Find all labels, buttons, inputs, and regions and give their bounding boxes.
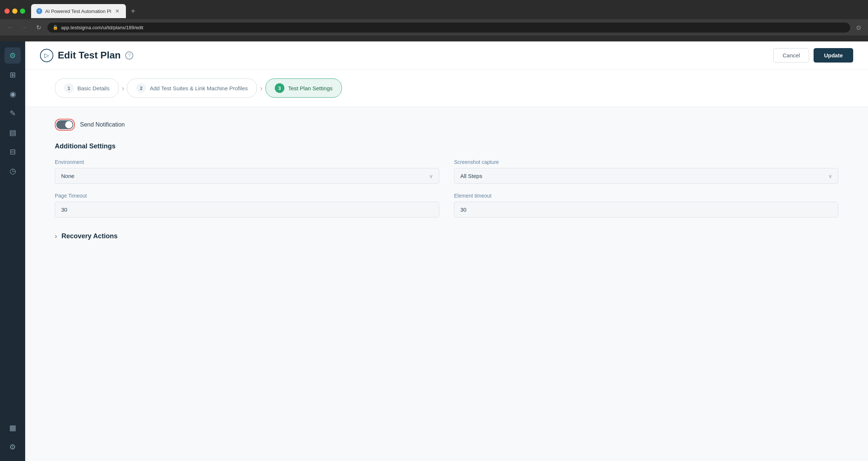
help-icon[interactable]: ? [125, 51, 133, 60]
notification-row: Send Notification [55, 119, 838, 131]
sidebar-item-folder[interactable]: ▤ [4, 124, 21, 141]
recovery-chevron-icon: › [55, 232, 57, 240]
new-tab-button[interactable]: + [127, 6, 138, 17]
profile-icon[interactable]: ⊙ [854, 23, 863, 32]
address-bar[interactable]: 🔒 app.testsigma.com/ui/td/plans/189/edit [47, 23, 850, 33]
stepper: 1 Basic Details › 2 Add Test Suites & Li… [25, 70, 868, 107]
sidebar-item-gear[interactable]: ⚙ [4, 439, 21, 455]
step-1-number: 1 [64, 83, 74, 93]
step-2-label: Add Test Suites & Link Machine Profiles [150, 85, 248, 91]
active-tab[interactable]: T AI Powered Test Automation Pl ✕ [31, 4, 126, 18]
element-timeout-field-group: Element timeout [454, 193, 838, 218]
sidebar-item-edit[interactable]: ✎ [4, 105, 21, 121]
page-timeout-field-group: Page Timeout [55, 193, 439, 218]
minimize-traffic-light[interactable] [12, 9, 17, 14]
screenshot-value: All Steps [460, 173, 482, 179]
step-3-test-plan-settings[interactable]: 3 Test Plan Settings [266, 78, 342, 98]
screenshot-label: Screenshot capture [454, 159, 838, 165]
update-button[interactable]: Update [814, 48, 853, 63]
address-bar-row: ← → ↻ 🔒 app.testsigma.com/ui/td/plans/18… [0, 19, 868, 36]
screenshot-chevron-icon: ∨ [828, 173, 832, 179]
sidebar-item-dashboard[interactable]: ◉ [4, 86, 21, 102]
settings-grid: Environment None ∨ Screenshot capture Al… [55, 159, 838, 218]
step-arrow-2: › [260, 84, 263, 92]
forward-button[interactable]: → [19, 22, 30, 33]
reload-button[interactable]: ↻ [33, 22, 44, 33]
header-actions: Cancel Update [773, 48, 853, 63]
recovery-label: Recovery Actions [61, 232, 117, 240]
step-arrow-1: › [122, 84, 124, 92]
screenshot-select[interactable]: All Steps ∨ [454, 168, 838, 184]
page-header: ▷ Edit Test Plan ? Cancel Update [25, 41, 868, 70]
environment-value: None [61, 173, 74, 179]
traffic-lights [4, 9, 25, 14]
notification-toggle[interactable] [56, 120, 73, 129]
page-timeout-label: Page Timeout [55, 193, 439, 199]
step-2-test-suites[interactable]: 2 Add Test Suites & Link Machine Profile… [127, 78, 257, 98]
step-3-label: Test Plan Settings [288, 85, 333, 91]
sidebar: ⚙ ⊞ ◉ ✎ ▤ ⊟ ◷ ▦ ⚙ [0, 41, 25, 461]
sidebar-item-grid[interactable]: ⊞ [4, 67, 21, 83]
notification-toggle-wrapper [55, 119, 75, 131]
screenshot-field-group: Screenshot capture All Steps ∨ [454, 159, 838, 184]
tab-label: AI Powered Test Automation Pl [45, 9, 111, 14]
page-timeout-input[interactable] [55, 202, 439, 218]
page-title-group: ▷ Edit Test Plan ? [40, 49, 133, 62]
element-timeout-label: Element timeout [454, 193, 838, 199]
url-text: app.testsigma.com/ui/td/plans/189/edit [61, 25, 143, 30]
step-1-label: Basic Details [77, 85, 110, 91]
tab-close-button[interactable]: ✕ [114, 8, 121, 14]
main-content: ▷ Edit Test Plan ? Cancel Update 1 Basic… [25, 41, 868, 461]
sidebar-item-widgets[interactable]: ⊟ [4, 144, 21, 160]
environment-label: Environment [55, 159, 439, 165]
environment-field-group: Environment None ∨ [55, 159, 439, 184]
environment-select[interactable]: None ∨ [55, 168, 439, 184]
sidebar-item-chart[interactable]: ▦ [4, 420, 21, 436]
element-timeout-input[interactable] [454, 202, 838, 218]
sidebar-item-history[interactable]: ◷ [4, 163, 21, 179]
close-traffic-light[interactable] [4, 9, 10, 14]
tab-bar: T AI Powered Test Automation Pl ✕ + [0, 0, 868, 19]
notification-label: Send Notification [80, 121, 125, 128]
recovery-actions-row[interactable]: › Recovery Actions [55, 232, 838, 240]
page-title: Edit Test Plan [58, 50, 121, 61]
browser-chrome: T AI Powered Test Automation Pl ✕ + ← → … [0, 0, 868, 41]
step-1-basic-details[interactable]: 1 Basic Details [55, 78, 119, 98]
tab-favicon: T [36, 8, 42, 14]
environment-chevron-icon: ∨ [429, 173, 433, 179]
lock-icon: 🔒 [53, 25, 58, 30]
additional-settings-title: Additional Settings [55, 142, 838, 150]
content-area: Send Notification Additional Settings En… [25, 107, 868, 252]
sidebar-item-settings[interactable]: ⚙ [4, 47, 21, 64]
app-container: ⚙ ⊞ ◉ ✎ ▤ ⊟ ◷ ▦ ⚙ ▷ Edit Test Plan ? Can… [0, 41, 868, 461]
cancel-button[interactable]: Cancel [773, 48, 809, 63]
step-3-number: 3 [275, 83, 284, 93]
plan-icon: ▷ [40, 49, 53, 62]
back-button[interactable]: ← [5, 22, 16, 33]
step-2-number: 2 [136, 83, 146, 93]
maximize-traffic-light[interactable] [20, 9, 25, 14]
toggle-knob [65, 121, 73, 128]
